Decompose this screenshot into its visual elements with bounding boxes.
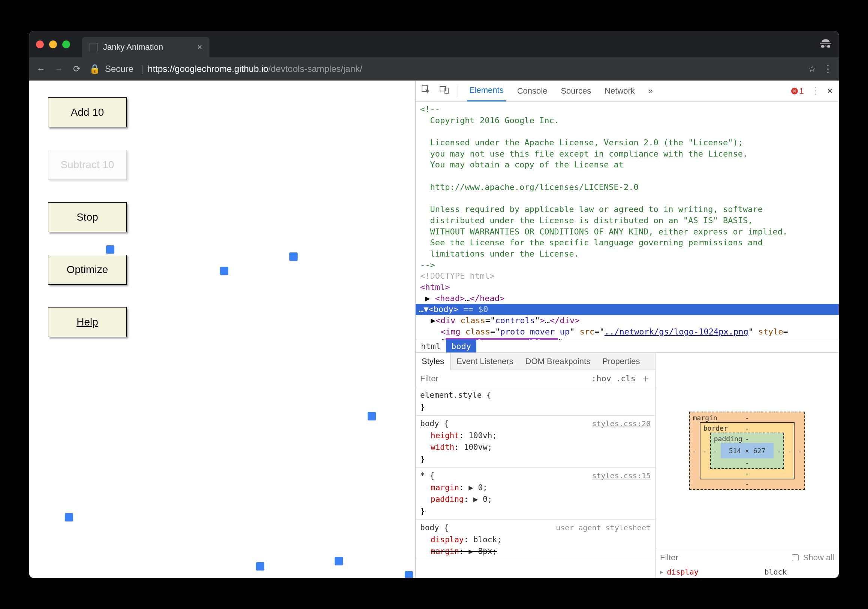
rule-source-link[interactable]: styles.css:20 bbox=[592, 418, 651, 429]
tab-close-icon[interactable]: × bbox=[197, 42, 202, 52]
mover-logo bbox=[106, 245, 114, 253]
mover-logo bbox=[65, 513, 73, 521]
browser-tab[interactable]: Janky Animation × bbox=[82, 37, 209, 57]
head-row[interactable]: ▶ <head>…</head> bbox=[420, 293, 839, 304]
more-tabs-icon[interactable]: » bbox=[646, 81, 655, 101]
html-tag[interactable]: <html> bbox=[420, 282, 839, 293]
controls-panel: Add 10 Subtract 10 Stop Optimize Help bbox=[48, 97, 127, 337]
tab-console[interactable]: Console bbox=[515, 81, 550, 101]
tab-title: Janky Animation bbox=[103, 42, 163, 52]
box-model-margin-label: margin bbox=[693, 414, 717, 422]
subtab-properties[interactable]: Properties bbox=[596, 353, 646, 370]
styles-filter-row: :hov .cls ＋ bbox=[415, 370, 655, 387]
styles-subtabs: Styles Event Listeners DOM Breakpoints P… bbox=[415, 353, 655, 370]
mover-logo bbox=[368, 412, 376, 420]
license-comment: <!-- Copyright 2016 Google Inc. Licensed… bbox=[420, 104, 839, 270]
secure-label: Secure bbox=[105, 64, 133, 74]
controls-row[interactable]: ▶<div class="controls">…</div> bbox=[420, 315, 839, 326]
box-model-diagram: margin - - - - border - - - - bbox=[656, 353, 839, 549]
forward-button[interactable]: → bbox=[53, 64, 65, 74]
rule-source-link[interactable]: styles.css:15 bbox=[592, 470, 651, 481]
tab-elements[interactable]: Elements bbox=[467, 80, 506, 102]
computed-filter-input[interactable] bbox=[660, 553, 787, 563]
breadcrumb-body[interactable]: body bbox=[446, 339, 476, 352]
box-model-content: 514 × 627 bbox=[721, 443, 774, 458]
url-host: https://googlechrome.github.io bbox=[148, 64, 268, 74]
zoom-window-button[interactable] bbox=[62, 40, 70, 48]
dom-breadcrumb: html body bbox=[415, 340, 839, 352]
subtab-styles[interactable]: Styles bbox=[415, 353, 451, 370]
lock-icon: 🔒 bbox=[89, 64, 101, 74]
minimize-window-button[interactable] bbox=[49, 40, 57, 48]
tab-favicon bbox=[90, 43, 98, 51]
rule-source-link: user agent stylesheet bbox=[556, 522, 651, 533]
add-10-button[interactable]: Add 10 bbox=[48, 97, 127, 127]
computed-filter-row: Show all bbox=[656, 549, 839, 566]
mover-logo bbox=[335, 557, 343, 565]
window-controls bbox=[36, 40, 70, 48]
styles-filter-input[interactable] bbox=[420, 374, 586, 383]
styles-computed-split: Styles Event Listeners DOM Breakpoints P… bbox=[415, 352, 839, 578]
optimize-button[interactable]: Optimize bbox=[48, 255, 127, 284]
error-count: 1 bbox=[800, 86, 804, 96]
titlebar: Janky Animation × bbox=[29, 31, 839, 57]
devtools-close-icon[interactable]: × bbox=[827, 85, 833, 97]
box-model-padding-label: padding bbox=[714, 435, 742, 443]
computed-rows: ▶ display block bbox=[656, 566, 839, 578]
devtools-menu-icon[interactable]: ⋮ bbox=[811, 85, 820, 97]
new-style-rule-icon[interactable]: ＋ bbox=[641, 372, 651, 385]
incognito-icon bbox=[819, 39, 832, 50]
tab-sources[interactable]: Sources bbox=[558, 81, 593, 101]
rendered-page: Add 10 Subtract 10 Stop Optimize Help bbox=[29, 80, 415, 578]
img-row-1[interactable]: <img class="proto mover up" src="../netw… bbox=[420, 326, 839, 337]
box-model-border-label: border bbox=[704, 424, 728, 432]
devtools-tabs: Elements Console Sources Network » ✕1 ⋮ … bbox=[415, 80, 839, 102]
hov-toggle[interactable]: :hov bbox=[591, 374, 611, 383]
show-all-label: Show all bbox=[803, 553, 834, 563]
css-rules-list[interactable]: element.style {}styles.css:20body {heigh… bbox=[415, 387, 655, 578]
back-button[interactable]: ← bbox=[35, 64, 46, 74]
mover-logo bbox=[220, 267, 228, 275]
subtab-dom-breakpoints[interactable]: DOM Breakpoints bbox=[519, 353, 597, 370]
omnibox[interactable]: 🔒 Secure | https://googlechrome.github.i… bbox=[89, 64, 801, 74]
computed-row[interactable]: ▶ display block bbox=[660, 567, 834, 577]
error-count-badge[interactable]: ✕1 bbox=[791, 86, 804, 96]
content-area: Add 10 Subtract 10 Stop Optimize Help El… bbox=[29, 80, 839, 578]
bookmark-star-icon[interactable]: ☆ bbox=[808, 64, 816, 74]
tab-network[interactable]: Network bbox=[602, 81, 637, 101]
stop-button[interactable]: Stop bbox=[48, 202, 127, 232]
mover-logo bbox=[405, 571, 413, 578]
devtools-panel: Elements Console Sources Network » ✕1 ⋮ … bbox=[415, 80, 839, 578]
address-bar: ← → ⟳ 🔒 Secure | https://googlechrome.gi… bbox=[29, 57, 839, 80]
mover-logo bbox=[256, 562, 264, 570]
dom-tree[interactable]: <!-- Copyright 2016 Google Inc. Licensed… bbox=[415, 102, 839, 352]
doctype: <!DOCTYPE html> bbox=[420, 270, 839, 282]
computed-panel: margin - - - - border - - - - bbox=[656, 353, 839, 578]
body-row-selected[interactable]: …▼<body> == $0 bbox=[415, 304, 839, 315]
subtract-10-button[interactable]: Subtract 10 bbox=[48, 150, 127, 180]
styles-panel: Styles Event Listeners DOM Breakpoints P… bbox=[415, 353, 656, 578]
reload-button[interactable]: ⟳ bbox=[71, 64, 82, 74]
close-window-button[interactable] bbox=[36, 40, 44, 48]
cls-toggle[interactable]: .cls bbox=[616, 374, 636, 383]
show-all-checkbox[interactable] bbox=[792, 554, 799, 561]
browser-window: Janky Animation × ← → ⟳ 🔒 Secure | https… bbox=[29, 31, 839, 578]
inspect-element-icon[interactable] bbox=[422, 85, 431, 97]
mover-logo bbox=[289, 252, 298, 261]
browser-menu-icon[interactable]: ⋮ bbox=[823, 63, 833, 75]
breadcrumb-html[interactable]: html bbox=[415, 339, 446, 352]
subtab-event-listeners[interactable]: Event Listeners bbox=[451, 353, 519, 370]
help-button[interactable]: Help bbox=[48, 307, 127, 337]
url-path: /devtools-samples/jank/ bbox=[268, 64, 363, 74]
toggle-device-icon[interactable] bbox=[440, 85, 449, 97]
